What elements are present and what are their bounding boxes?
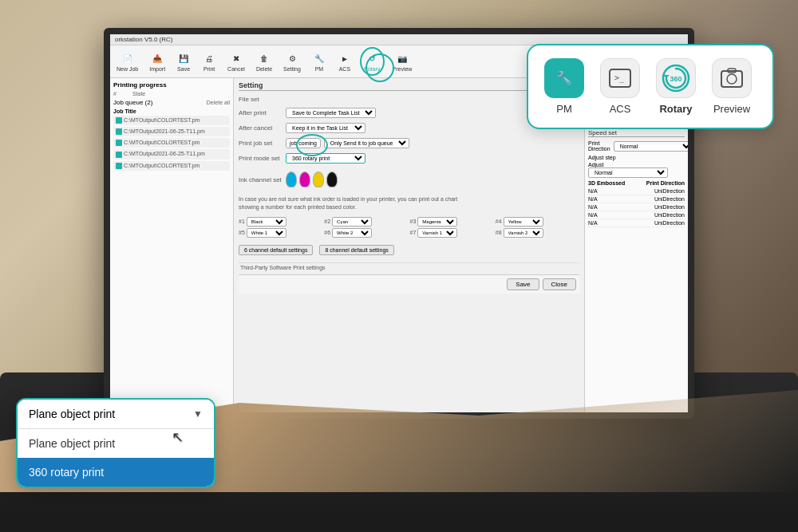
toolbar-delete-label: Delete bbox=[256, 66, 272, 72]
left-panel: Printing progress # State Job queue (2) … bbox=[110, 78, 234, 412]
center-panel: Setting File set After print Save to Com… bbox=[234, 78, 584, 412]
svg-text:>_: >_ bbox=[614, 73, 625, 83]
channel-label-6: #6 bbox=[324, 230, 330, 235]
after-cancel-label: After cancel bbox=[239, 124, 282, 132]
job-queue-label: Job queue (2) bbox=[113, 99, 152, 106]
print-mode-select[interactable]: 360 rotary print bbox=[286, 153, 365, 164]
float-card-toolbar: 🔧 PM >_ ACS 360 Rotary bbox=[527, 44, 774, 129]
toolbar-print-label: Print bbox=[203, 66, 215, 72]
ink-color-swatches bbox=[286, 171, 338, 187]
toolbar-save[interactable]: 💾 Save bbox=[173, 49, 194, 73]
eight-channel-default-button[interactable]: 8 channel default settings bbox=[319, 245, 393, 255]
toolbar-pm[interactable]: 🔧 PM bbox=[309, 49, 330, 73]
toolbar-preview[interactable]: 📷 Preview bbox=[389, 49, 416, 73]
channel-row-1: #1 Black bbox=[239, 217, 322, 227]
toolbar-print[interactable]: 🖨 Print bbox=[199, 49, 219, 73]
channel-select-2[interactable]: Cyan bbox=[332, 217, 372, 227]
dropdown-option-rotary[interactable]: 360 rotary print bbox=[18, 458, 214, 487]
toolbar-save-label: Save bbox=[177, 66, 190, 72]
after-print-label: After print bbox=[239, 109, 282, 116]
toolbar-cancel[interactable]: ✖ Cancel bbox=[224, 49, 248, 73]
cancel-icon: ✖ bbox=[229, 51, 243, 65]
yellow-swatch bbox=[313, 171, 324, 187]
job-icon bbox=[116, 117, 122, 124]
new-job-icon: 📄 bbox=[120, 51, 135, 65]
toolbar-acs-label: ACS bbox=[339, 66, 350, 72]
dropdown-option-plane[interactable]: Plane object print bbox=[18, 429, 214, 458]
svg-rect-7 bbox=[721, 71, 742, 87]
pm-icon: 🔧 bbox=[312, 51, 326, 65]
toolbar-acs[interactable]: ▶ ACS bbox=[334, 49, 355, 73]
import-icon: 📥 bbox=[150, 51, 164, 65]
rotary-float-icon: 360 bbox=[656, 58, 696, 98]
channel-row-6: #6 White 2 bbox=[324, 228, 408, 238]
job-icon bbox=[116, 152, 122, 158]
channel-row-4: #4 Yellow bbox=[496, 217, 579, 227]
after-print-select[interactable]: Save to Complete Task List bbox=[286, 108, 376, 118]
list-item[interactable]: C:\MTOutput2021-06-25-T11.pm bbox=[113, 127, 230, 136]
after-cancel-select[interactable]: Keep it in the Task List bbox=[286, 123, 365, 133]
acs-icon: ▶ bbox=[338, 51, 352, 65]
save-button[interactable]: Save bbox=[507, 278, 539, 290]
list-item[interactable]: C:\MTOutput\COLORTEST.pm bbox=[113, 116, 230, 125]
list-item[interactable]: C:\MTOutput\COLORTEST.pm bbox=[113, 138, 230, 148]
dropdown-header-value: Plane object print bbox=[29, 408, 115, 420]
channel-select-8[interactable]: Varnish 2 bbox=[504, 228, 543, 238]
print-job-note-box: job coming bbox=[286, 138, 321, 148]
svg-point-8 bbox=[727, 74, 737, 84]
float-card-rotary[interactable]: 360 Rotary bbox=[656, 58, 696, 115]
rotary-360-icon: 360 bbox=[662, 64, 690, 93]
channel-select-5[interactable]: White 1 bbox=[247, 228, 286, 238]
channel-select-7[interactable]: Varnish 1 bbox=[417, 228, 457, 238]
channel-label-5: #5 bbox=[239, 230, 245, 235]
ink-channel-row: Ink channel set bbox=[239, 168, 579, 191]
channel-select-3[interactable]: Magenta bbox=[417, 217, 457, 227]
camera-icon bbox=[720, 66, 744, 90]
float-pm-label: PM bbox=[556, 103, 572, 115]
toolbar-delete[interactable]: 🗑 Delete bbox=[253, 49, 275, 73]
channel-label-8: #8 bbox=[496, 230, 502, 235]
print-job-row: Print job set job coming Only Send it to… bbox=[239, 138, 579, 148]
channel-label-1: #1 bbox=[239, 219, 245, 224]
wrench-icon: 🔧 bbox=[552, 66, 576, 90]
job-icon bbox=[116, 128, 122, 135]
toolbar-import[interactable]: 📥 Import bbox=[146, 49, 168, 73]
print-direction-select[interactable]: Normal bbox=[614, 141, 688, 152]
channel-label-2: #2 bbox=[324, 219, 330, 224]
save-icon: 💾 bbox=[176, 51, 191, 65]
adjust-label: Adjust bbox=[588, 162, 603, 167]
channel-select-6[interactable]: White 2 bbox=[332, 228, 372, 238]
toolbar-setting[interactable]: ⚙ Setting bbox=[280, 49, 304, 73]
delete-all-button[interactable]: Delete all bbox=[207, 100, 230, 105]
file-set-label: File set bbox=[239, 96, 282, 103]
adjust-select[interactable]: Normal bbox=[588, 167, 668, 178]
channel-select-4[interactable]: Yellow bbox=[504, 217, 543, 227]
list-item[interactable]: C:\MTOutput2021-06-25-T11.pm bbox=[113, 149, 230, 159]
pm-float-icon: 🔧 bbox=[544, 58, 584, 98]
third-party-label[interactable]: Third-Party Software Print settings bbox=[239, 262, 579, 272]
float-card-pm[interactable]: 🔧 PM bbox=[544, 58, 584, 115]
toolbar-new-job[interactable]: 📄 New Job bbox=[113, 49, 141, 73]
adjust-step-section: Adjust step Adjust Normal bbox=[588, 155, 685, 178]
emboss-col-header: 3D Embossed bbox=[588, 180, 625, 186]
delete-icon: 🗑 bbox=[257, 51, 271, 65]
channel-select-1[interactable]: Black bbox=[247, 217, 286, 227]
preview-icon: 📷 bbox=[395, 51, 409, 65]
toolbar-rotary[interactable]: ↺ Rotary bbox=[360, 47, 385, 76]
float-preview-label: Preview bbox=[713, 103, 750, 115]
dropdown-arrow-icon: ▼ bbox=[193, 408, 203, 420]
dropdown-header[interactable]: Plane object print ▼ bbox=[18, 400, 214, 429]
col-state: State bbox=[132, 91, 145, 97]
list-item[interactable]: C:\MTOutput\COLORTEST.pm bbox=[113, 161, 230, 171]
ink-channel-label: Ink channel set bbox=[239, 176, 282, 183]
float-card-acs[interactable]: >_ ACS bbox=[600, 58, 640, 115]
float-card-preview[interactable]: Preview bbox=[712, 58, 752, 115]
channel-row-7: #7 Varnish 1 bbox=[410, 228, 494, 238]
emboss-table: 3D Embossed Print Direction N/A UniDirec… bbox=[588, 180, 685, 227]
close-button[interactable]: Close bbox=[543, 278, 576, 290]
print-job-queue-select[interactable]: Only Send it to job queue bbox=[324, 138, 409, 148]
speed-section-title: Speed set bbox=[588, 129, 685, 137]
six-channel-default-button[interactable]: 6 channel default settings bbox=[239, 245, 313, 255]
emboss-value-5: N/A bbox=[588, 220, 598, 226]
mouse-cursor: ↖ bbox=[172, 428, 184, 446]
